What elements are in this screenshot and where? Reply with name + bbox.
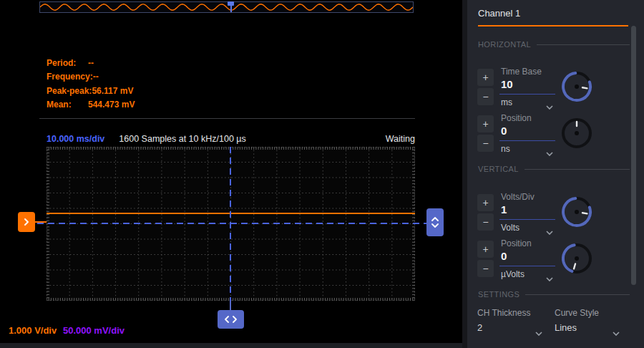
panel-title-underline — [478, 25, 628, 26]
volts-div-unit-select[interactable]: Volts — [501, 223, 519, 233]
volts-div-label: Volts/Div — [501, 192, 535, 202]
measurement-label: Frequency: — [47, 72, 93, 82]
measurement-label: Peak-peak: — [47, 86, 92, 96]
measurement-label: Period: — [47, 58, 88, 68]
channel-offset-stem — [35, 221, 47, 223]
trigger-level-line — [37, 223, 426, 224]
panel-title: Channel 1 — [478, 8, 520, 19]
section-rule — [537, 44, 630, 45]
trigger-scale-readout: 50.000 mV/div — [63, 325, 125, 336]
v-position-label: Position — [501, 238, 532, 248]
section-label: HORIZONTAL — [478, 40, 531, 49]
oscilloscope-window: Period: -- Frequency: -- Peak-peak: 56.1… — [0, 0, 644, 348]
plot-pane: Period: -- Frequency: -- Peak-peak: 56.1… — [0, 0, 462, 348]
v-position-stepper: + − — [477, 241, 494, 277]
h-position-knob[interactable] — [561, 117, 592, 149]
v-position-decrement-button[interactable]: − — [477, 260, 494, 277]
time-base-field-underline — [499, 94, 555, 95]
section-rule — [525, 169, 630, 170]
v-position-increment-button[interactable]: + — [477, 241, 494, 258]
section-horizontal: HORIZONTAL — [478, 40, 630, 49]
chevron-down-icon[interactable] — [546, 100, 553, 104]
chevron-right-icon — [24, 218, 29, 226]
chevron-right-icon — [233, 316, 237, 323]
time-base-value[interactable]: 10 — [501, 78, 513, 90]
section-settings: SETTINGS — [478, 290, 630, 299]
volts-div-value[interactable]: 1 — [501, 203, 507, 216]
chevron-down-icon[interactable] — [535, 326, 542, 330]
volts-div-increment-button[interactable]: + — [477, 194, 494, 211]
measurement-row: Peak-peak: 56.117 mV — [47, 84, 135, 98]
ch-thickness-select[interactable]: 2 — [477, 322, 482, 333]
channel-offset-handle[interactable] — [18, 212, 35, 232]
v-position-value[interactable]: 0 — [501, 250, 507, 262]
time-base-decrement-button[interactable]: − — [477, 88, 494, 105]
time-base-stepper: + − — [477, 69, 494, 105]
section-rule — [525, 294, 630, 295]
time-base-unit-select[interactable]: ms — [501, 97, 512, 107]
measurement-row: Mean: 544.473 mV — [47, 98, 135, 112]
chevron-up-icon — [431, 217, 439, 221]
chevron-down-icon[interactable] — [546, 225, 553, 229]
h-position-field-underline — [499, 140, 555, 141]
waveform-overview-strip[interactable] — [39, 1, 414, 13]
h-position-value[interactable]: 0 — [501, 125, 507, 137]
plot-status-bar: 10.000 ms/div 1600 Samples at 10 kHz/100… — [47, 134, 415, 144]
trigger-level-handle[interactable] — [426, 208, 444, 236]
chevron-down-icon[interactable] — [546, 271, 553, 276]
channel-scale-readout: 1.000 V/div — [9, 325, 57, 336]
chevron-down-icon[interactable] — [613, 326, 620, 330]
volts-div-field-underline — [499, 219, 555, 220]
time-base-label: Time Base — [501, 67, 542, 77]
h-position-increment-button[interactable]: + — [477, 115, 494, 132]
section-vertical: VERTICAL — [478, 165, 630, 173]
samples-readout: 1600 Samples at 10 kHz/100 µs — [119, 134, 245, 144]
measurements-divider — [39, 118, 415, 119]
measurement-value: -- — [93, 72, 99, 82]
volts-div-decrement-button[interactable]: − — [477, 213, 494, 231]
channel-settings-panel: Channel 1 HORIZONTAL + − Time Base 10 ms — [462, 0, 644, 348]
measurement-value: -- — [88, 58, 94, 68]
trigger-position-line-stem — [230, 301, 231, 310]
measurement-row: Period: -- — [47, 56, 135, 70]
curve-style-label: Curve Style — [555, 308, 599, 318]
measurement-value: 56.117 mV — [92, 86, 133, 96]
time-base-knob[interactable] — [561, 71, 592, 102]
v-position-unit-select[interactable]: µVolts — [501, 269, 525, 279]
bottom-bar — [0, 343, 462, 348]
chevron-left-icon — [225, 316, 229, 323]
measurement-value: 544.473 mV — [88, 100, 135, 110]
overview-sine-wave — [40, 2, 413, 12]
ch-thickness-label: CH Thickness — [477, 308, 530, 318]
curve-style-select[interactable]: Lines — [555, 322, 577, 333]
h-position-stepper: + − — [477, 115, 494, 152]
h-position-unit-select[interactable]: ns — [501, 144, 510, 154]
measurement-label: Mean: — [47, 100, 88, 110]
time-base-increment-button[interactable]: + — [477, 69, 494, 86]
section-label: VERTICAL — [478, 165, 519, 173]
v-position-knob[interactable] — [561, 243, 592, 274]
measurements-readout: Period: -- Frequency: -- Peak-peak: 56.1… — [47, 56, 135, 112]
v-position-field-underline — [499, 266, 555, 266]
chevron-down-icon — [431, 223, 439, 228]
section-label: SETTINGS — [478, 290, 519, 299]
h-position-label: Position — [501, 113, 532, 123]
trigger-position-handle[interactable] — [218, 310, 244, 329]
h-position-decrement-button[interactable]: − — [477, 135, 494, 152]
acquisition-state: Waiting — [386, 134, 415, 144]
overview-cursor-handle[interactable] — [228, 1, 234, 6]
measurement-row: Frequency: -- — [47, 70, 135, 84]
volts-div-stepper: + − — [477, 194, 494, 231]
trigger-position-line — [230, 147, 231, 301]
chevron-down-icon[interactable] — [546, 146, 553, 150]
panel-scrollbar[interactable] — [631, 26, 636, 285]
volts-div-knob[interactable] — [561, 196, 592, 228]
timebase-readout: 10.000 ms/div — [47, 134, 104, 144]
